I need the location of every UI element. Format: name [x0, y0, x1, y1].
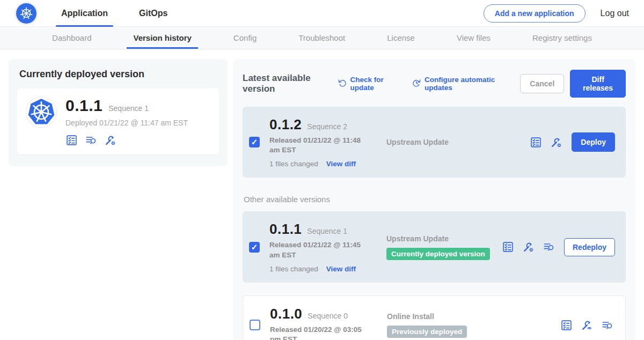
source-label: Online Install: [387, 312, 555, 321]
subtab-troubleshoot[interactable]: Troubleshoot: [292, 27, 352, 49]
released-timestamp: Released 01/21/22 @ 11:45 am EST: [269, 240, 372, 260]
row-action-icons: [502, 241, 555, 253]
version-row-0-1-2: 0.1.2 Sequence 2 Released 01/21/22 @ 11:…: [243, 107, 626, 178]
top-nav: Application GitOps Add a new application…: [0, 0, 644, 27]
version-info: 0.1.1 Sequence 1 Released 01/21/22 @ 11:…: [269, 221, 386, 272]
tab-application[interactable]: Application: [58, 0, 111, 27]
subtab-config[interactable]: Config: [227, 27, 263, 49]
preflight-checklist-icon[interactable]: [65, 134, 78, 146]
check-for-update-label: Check for update: [350, 76, 398, 92]
preflight-checklist-icon[interactable]: [502, 241, 514, 253]
latest-available-title: Latest available version: [243, 73, 329, 94]
clock-refresh-icon: [412, 78, 421, 90]
view-files-magnifier-icon[interactable]: [601, 319, 613, 331]
source-label: Upstream Update: [386, 234, 496, 243]
edit-config-wrench-gear-icon[interactable]: [104, 134, 116, 146]
currently-deployed-card: Currently deployed version 0.1.1 Sequenc…: [9, 59, 228, 166]
tab-gitops[interactable]: GitOps: [136, 0, 171, 27]
top-nav-right: Add a new application Log out: [484, 4, 629, 23]
released-timestamp: Released 01/21/22 @ 11:48 am EST: [269, 136, 372, 155]
check-for-update-link[interactable]: Check for update: [338, 76, 398, 92]
files-changed-label: 1 files changed: [269, 160, 318, 168]
sequence-label: Sequence 0: [308, 312, 348, 320]
sequence-label: Sequence 2: [307, 122, 347, 131]
currently-deployed-title: Currently deployed version: [19, 69, 217, 80]
cancel-button[interactable]: Cancel: [520, 74, 564, 93]
logout-link[interactable]: Log out: [601, 9, 629, 18]
diff-releases-button[interactable]: Diff releases: [570, 70, 626, 98]
subtab-dashboard[interactable]: Dashboard: [46, 27, 98, 49]
checkbox-checked[interactable]: [249, 242, 260, 253]
add-new-application-button[interactable]: Add a new application: [484, 4, 586, 23]
preflight-checklist-icon[interactable]: [560, 319, 573, 331]
top-tabs: Application GitOps: [58, 0, 195, 27]
configure-automatic-updates-label: Configure automatic updates: [425, 76, 506, 92]
deployed-sequence: Sequence 1: [108, 104, 149, 113]
released-timestamp: Released 01/20/22 @ 03:05 pm EST: [270, 325, 373, 340]
version-source: Online Install Previously deployed: [387, 312, 560, 338]
row-action-icons: [530, 136, 562, 149]
version-number: 0.1.0: [270, 306, 302, 322]
kubernetes-heptagon-icon: [27, 98, 55, 126]
deployed-action-icons: [65, 134, 188, 146]
configure-automatic-updates-link[interactable]: Configure automatic updates: [412, 76, 506, 92]
redeploy-button[interactable]: Redeploy: [564, 238, 615, 256]
panel-header: Latest available version Check for updat…: [243, 70, 626, 98]
app-icon-badge: [26, 97, 57, 128]
edit-config-wrench-gear-icon[interactable]: [550, 136, 562, 149]
main-content: Currently deployed version 0.1.1 Sequenc…: [0, 49, 644, 340]
kubernetes-logo[interactable]: [16, 3, 36, 24]
checkbox-checked[interactable]: [249, 137, 260, 147]
version-info: 0.1.0 Sequence 0 Released 01/20/22 @ 03:…: [270, 306, 387, 340]
source-label: Upstream Update: [386, 138, 524, 146]
previously-deployed-badge: Previously deployed: [387, 326, 467, 338]
files-changed-label: 1 files changed: [269, 265, 318, 273]
view-files-magnifier-icon[interactable]: [543, 241, 555, 253]
subtab-version-history[interactable]: Version history: [127, 27, 197, 49]
row-action-icons: [560, 319, 613, 331]
version-info: 0.1.2 Sequence 2 Released 01/21/22 @ 11:…: [269, 116, 386, 168]
view-config-wrench-eye-icon[interactable]: [581, 319, 593, 331]
version-number: 0.1.1: [269, 221, 302, 238]
app-sub-nav: Dashboard Version history Config Trouble…: [0, 27, 644, 49]
version-row-0-1-1: 0.1.1 Sequence 1 Released 01/21/22 @ 11:…: [243, 211, 626, 282]
deployed-version-number: 0.1.1: [65, 97, 103, 115]
sequence-label: Sequence 1: [307, 227, 347, 235]
refresh-arrow-icon: [338, 78, 347, 90]
view-files-magnifier-icon[interactable]: [85, 134, 97, 146]
version-number: 0.1.2: [269, 116, 302, 133]
deployed-version-info: 0.1.1 Sequence 1 Deployed 01/21/22 @ 11:…: [65, 97, 188, 146]
version-source: Upstream Update: [386, 138, 530, 146]
subtab-view-files[interactable]: View files: [450, 27, 497, 49]
version-source: Upstream Update Currently deployed versi…: [386, 234, 502, 260]
edit-config-wrench-gear-icon[interactable]: [522, 241, 535, 253]
subtab-registry-settings[interactable]: Registry settings: [526, 27, 598, 49]
checkbox-unchecked[interactable]: [250, 320, 260, 330]
view-diff-link[interactable]: View diff: [326, 160, 356, 168]
subtab-license[interactable]: License: [380, 27, 421, 49]
available-versions-panel: Latest available version Check for updat…: [233, 59, 635, 340]
kubernetes-wheel-icon: [18, 5, 34, 21]
version-row-0-1-0: 0.1.0 Sequence 0 Released 01/20/22 @ 03:…: [243, 295, 626, 340]
deployed-timestamp: Deployed 01/21/22 @ 11:47 am EST: [65, 119, 188, 127]
deployed-version-card: 0.1.1 Sequence 1 Deployed 01/21/22 @ 11:…: [17, 88, 219, 154]
deploy-button[interactable]: Deploy: [572, 132, 615, 152]
preflight-checklist-icon[interactable]: [530, 136, 542, 149]
view-diff-link[interactable]: View diff: [326, 265, 356, 273]
currently-deployed-badge: Currently deployed version: [386, 248, 490, 260]
other-available-versions-label: Other available versions: [244, 195, 626, 204]
